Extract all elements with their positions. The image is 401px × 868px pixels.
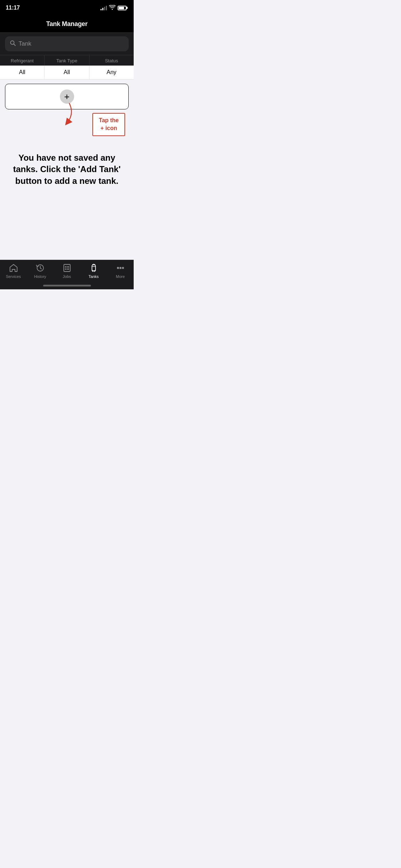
tanks-icon <box>89 263 99 273</box>
tab-tanks[interactable]: Tanks <box>80 263 107 279</box>
jobs-icon <box>62 263 72 273</box>
tab-history-label: History <box>34 274 46 279</box>
wifi-icon <box>109 5 115 11</box>
filter-status-value[interactable]: Any <box>89 66 134 79</box>
home-indicator <box>43 285 91 286</box>
tooltip-annotation: Tap the + icon <box>5 109 129 134</box>
add-tank-button[interactable]: + <box>60 89 74 104</box>
tab-jobs-label: Jobs <box>63 274 71 279</box>
svg-rect-3 <box>64 264 70 272</box>
page-title: Tank Manager <box>46 20 87 28</box>
tap-tooltip: Tap the + icon <box>92 113 125 136</box>
search-input[interactable]: Tank <box>19 40 31 47</box>
status-bar: 11:17 <box>0 0 134 16</box>
filter-header: Refrigerant Tank Type Status <box>0 55 134 66</box>
search-icon <box>10 40 16 47</box>
history-icon <box>35 263 45 273</box>
tab-more[interactable]: More <box>107 263 134 279</box>
filter-tanktype-value[interactable]: All <box>45 66 89 79</box>
tab-tanks-label: Tanks <box>88 274 99 279</box>
tab-jobs[interactable]: Jobs <box>53 263 80 279</box>
filter-refrigerant-label: Refrigerant <box>0 55 45 66</box>
svg-point-18 <box>120 267 121 269</box>
search-container: Tank <box>0 33 134 55</box>
svg-line-1 <box>14 44 16 46</box>
empty-state-message: You have not saved any tanks. Click the … <box>5 134 129 194</box>
arrow-icon <box>55 103 83 126</box>
svg-point-19 <box>122 267 124 269</box>
tab-services[interactable]: Services <box>0 263 27 279</box>
main-content: + Tap the + icon You have not saved any … <box>0 79 134 198</box>
filter-refrigerant-value[interactable]: All <box>0 66 45 79</box>
status-time: 11:17 <box>6 5 20 11</box>
tab-services-label: Services <box>6 274 21 279</box>
signal-icon <box>101 5 107 10</box>
svg-rect-10 <box>92 265 96 271</box>
tab-more-label: More <box>116 274 125 279</box>
svg-point-17 <box>117 267 119 269</box>
filter-values: All All Any <box>0 66 134 79</box>
home-icon <box>9 263 19 273</box>
tab-history[interactable]: History <box>27 263 53 279</box>
search-bar[interactable]: Tank <box>5 36 129 51</box>
filter-tanktype-label: Tank Type <box>45 55 89 66</box>
more-icon <box>115 263 125 273</box>
battery-icon <box>118 6 127 10</box>
filter-status-label: Status <box>89 55 134 66</box>
nav-header: Tank Manager <box>0 16 134 33</box>
status-icons <box>101 5 127 11</box>
